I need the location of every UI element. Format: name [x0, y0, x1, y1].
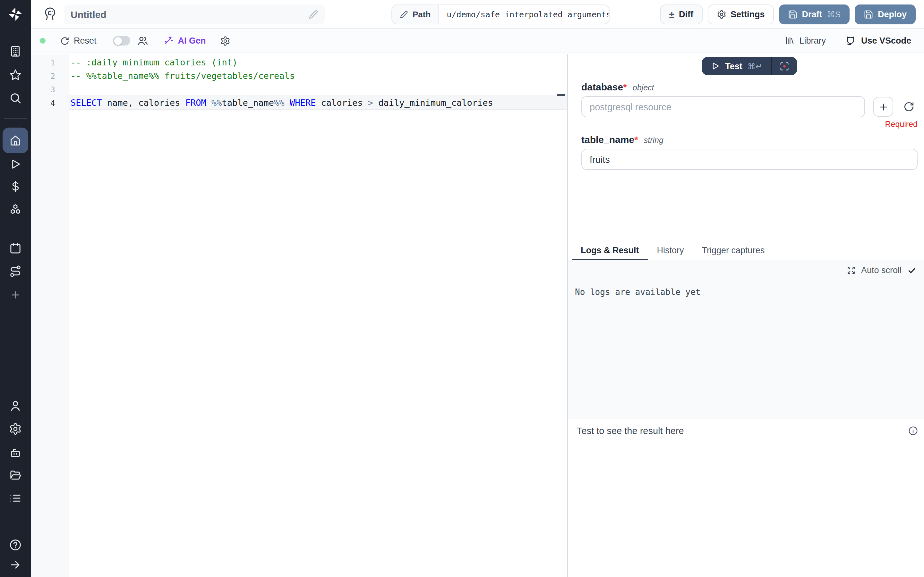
- logs-empty-message: No logs are available yet: [575, 287, 700, 297]
- sidebar-item-home[interactable]: [3, 127, 28, 153]
- capture-test-button[interactable]: [772, 57, 797, 75]
- building-icon: [9, 45, 22, 58]
- toolbar-right-group: Library Use VScode: [784, 35, 911, 46]
- sidebar-item-runs[interactable]: [3, 151, 28, 177]
- plus-icon: [878, 102, 888, 112]
- toggle-knob: [114, 37, 122, 45]
- sidebar-item-variables[interactable]: [3, 174, 28, 199]
- save-icon: [788, 10, 798, 19]
- add-resource-button[interactable]: [873, 97, 893, 117]
- info-icon[interactable]: [908, 426, 918, 436]
- check-icon: [907, 266, 916, 275]
- folder-open-icon: [9, 469, 22, 482]
- script-title-field[interactable]: Untitled: [64, 4, 325, 24]
- required-asterisk: *: [623, 81, 627, 92]
- windmill-logo[interactable]: [3, 1, 28, 27]
- line-number: 3: [31, 83, 69, 96]
- left-sidebar: [0, 0, 31, 577]
- users-icon: [137, 35, 149, 46]
- boxes-icon: [9, 203, 22, 216]
- use-vscode-button[interactable]: Use VScode: [845, 35, 911, 46]
- code-line-2: -- %%table_name%% fruits/vegetables/cere…: [71, 69, 567, 83]
- tab-logs-result[interactable]: Logs & Result: [572, 242, 648, 260]
- sidebar-item-settings[interactable]: [3, 416, 28, 442]
- dollar-sign-icon: [9, 180, 22, 193]
- deploy-button[interactable]: Deploy: [855, 5, 916, 24]
- route-icon: [9, 265, 22, 277]
- rotate-cw-icon: [60, 36, 69, 45]
- library-icon: [784, 36, 794, 45]
- test-button[interactable]: Test ⌘↵: [702, 57, 771, 75]
- wand-sparkles-icon: [164, 36, 174, 45]
- reset-button[interactable]: Reset: [60, 36, 97, 45]
- script-settings-icon[interactable]: [220, 35, 230, 46]
- sidebar-item-add[interactable]: [3, 282, 28, 308]
- tab-trigger-captures[interactable]: Trigger captures: [693, 242, 774, 260]
- github-icon: [845, 35, 856, 46]
- database-input[interactable]: [582, 96, 865, 117]
- path-label-segment: Path: [392, 5, 439, 24]
- code-line-4: SELECT name, calories FROM %%table_name%…: [71, 96, 567, 110]
- required-note: Required: [582, 120, 918, 129]
- postgresql-icon: [42, 6, 58, 22]
- sidebar-item-folders[interactable]: [3, 462, 28, 488]
- sidebar-item-workers[interactable]: [3, 440, 28, 466]
- sidebar-item-search[interactable]: [3, 85, 28, 111]
- path-field[interactable]: Path u/demo/safe_interpolated_arguments: [391, 5, 610, 24]
- expand-icon: [847, 266, 855, 274]
- gear-icon: [716, 10, 726, 19]
- table-name-field-label-row: table_name* string: [582, 134, 918, 145]
- test-button-group: Test ⌘↵: [702, 57, 797, 75]
- ai-gen-button[interactable]: AI Gen: [164, 36, 206, 45]
- diff-mode-toggle[interactable]: [113, 36, 131, 45]
- calendar-icon: [9, 242, 22, 255]
- overview-ruler-mark: [557, 94, 565, 96]
- sidebar-item-resources[interactable]: [3, 197, 28, 222]
- test-shortcut: ⌘↵: [748, 61, 762, 71]
- robot-icon: [9, 446, 22, 459]
- line-number: 1: [31, 56, 69, 69]
- right-panel: Test ⌘↵: [568, 54, 924, 577]
- collaborators-icon[interactable]: [137, 35, 149, 46]
- auto-scroll-checkbox[interactable]: [907, 266, 916, 275]
- draft-button[interactable]: Draft ⌘S: [779, 5, 850, 24]
- library-button[interactable]: Library: [784, 36, 826, 45]
- workspace: 1 2 3 4 -- :daily_minimum_calories (int)…: [31, 54, 924, 577]
- sidebar-collapse-button[interactable]: [3, 552, 28, 577]
- windmill-script-editor: Untitled Path u/demo/safe_interpolated_a…: [0, 0, 924, 577]
- user-icon: [9, 400, 22, 412]
- diff-button[interactable]: ± Diff: [660, 5, 702, 24]
- tab-history[interactable]: History: [648, 242, 693, 260]
- editor-gutter: [31, 54, 69, 577]
- result-panel: Test to see the result here: [568, 419, 924, 577]
- main-area: Untitled Path u/demo/safe_interpolated_a…: [31, 0, 924, 577]
- code-editor[interactable]: 1 2 3 4 -- :daily_minimum_calories (int)…: [31, 54, 567, 577]
- field-label: table_name: [582, 134, 634, 145]
- gear-icon: [220, 35, 230, 46]
- line-number: 2: [31, 69, 69, 83]
- refresh-resources-button[interactable]: [900, 98, 918, 116]
- sidebar-item-favorites[interactable]: [3, 62, 28, 88]
- line-number-active: 4: [31, 96, 69, 110]
- sidebar-item-workspace[interactable]: [3, 39, 28, 64]
- sidebar-item-users[interactable]: [3, 393, 28, 419]
- sidebar-item-schedules[interactable]: [3, 235, 28, 261]
- preview-form: Test ⌘↵: [568, 57, 924, 170]
- draft-shortcut: ⌘S: [827, 10, 841, 19]
- field-label: database: [582, 81, 623, 92]
- search-icon: [9, 92, 22, 105]
- save-icon: [864, 10, 873, 19]
- sidebar-divider: [4, 118, 27, 119]
- settings-button[interactable]: Settings: [708, 5, 774, 24]
- arrow-right-icon: [9, 558, 22, 571]
- edit-title-pencil-icon[interactable]: [309, 9, 318, 19]
- gear-icon: [9, 422, 22, 435]
- database-field-label-row: database* object: [582, 81, 918, 92]
- result-hint: Test to see the result here: [577, 426, 684, 436]
- sidebar-item-flows[interactable]: [3, 258, 28, 284]
- refresh-icon: [903, 101, 914, 112]
- sidebar-item-audit-logs[interactable]: [3, 485, 28, 511]
- code-line-3: [71, 83, 567, 96]
- table-name-input[interactable]: [582, 149, 918, 170]
- expand-logs-button[interactable]: [847, 266, 855, 274]
